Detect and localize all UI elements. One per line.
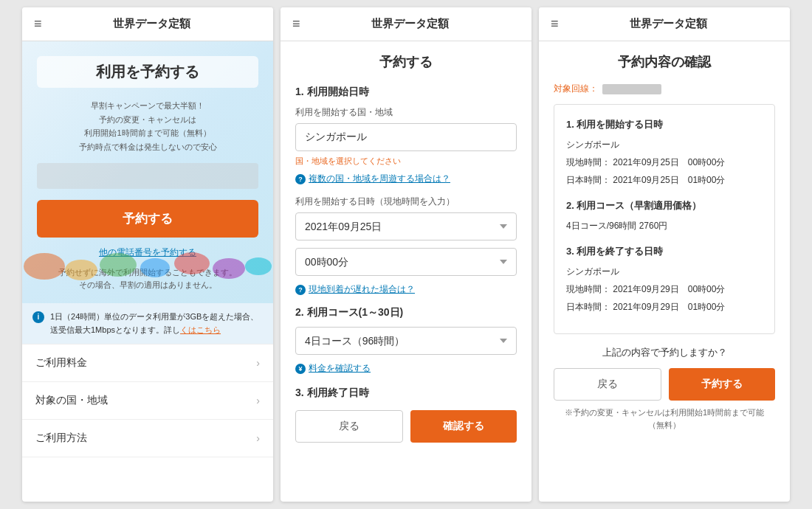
svg-point-2 [100, 253, 137, 277]
image-placeholder [37, 163, 258, 189]
panel-2-content: 予約する 1. 利用開始日時 利用を開始する国・地域 国・地域を選択してください… [281, 41, 531, 502]
p2-section3-title: 3. 利用終了日時 [295, 387, 517, 400]
date-select[interactable]: 2021年09月25日 [295, 212, 517, 240]
yen-icon: ¥ [295, 364, 306, 374]
hamburger-icon-1[interactable]: ≡ [34, 16, 42, 32]
panel-3-title: 世界データ定額 [559, 17, 778, 31]
country-input[interactable] [295, 123, 517, 151]
confirm-question: 上記の内容で予約しますか？ [554, 346, 775, 359]
help-icon-1: ? [295, 174, 306, 184]
panel-2-title: 世界データ定額 [300, 17, 520, 31]
panel-1-hero: 利用を予約する 早割キャンペーンで最大半額！ 予約の変更・キャンセルは 利用開始… [22, 41, 273, 303]
info-box: i 1日（24時間）単位のデータ利用量が3GBを超えた場合、送受信最大1Mbps… [22, 303, 273, 344]
svg-point-6 [245, 257, 272, 275]
p2-section1-title: 1. 利用開始日時 [295, 86, 517, 99]
price-link[interactable]: ¥ 料金を確認する [295, 362, 517, 375]
target-value [602, 84, 661, 94]
menu-list: ご利用料金 › 対象の国・地域 › ご利用方法 › [22, 344, 273, 457]
p3-back-button[interactable]: 戻る [554, 368, 661, 401]
svg-point-1 [65, 260, 97, 280]
time-select[interactable]: 00時00分 [295, 248, 517, 276]
hamburger-icon-3[interactable]: ≡ [551, 16, 559, 32]
svg-point-3 [140, 258, 170, 277]
panel-3-header: ≡ 世界データ定額 [539, 7, 790, 41]
menu-item-fee[interactable]: ご利用料金 › [22, 344, 273, 382]
info-link[interactable]: くはこちら [180, 325, 221, 334]
panel-1-content: 利用を予約する 早割キャンペーンで最大半額！ 予約の変更・キャンセルは 利用開始… [22, 41, 273, 502]
panel-2: ≡ 世界データ定額 予約する 1. 利用開始日時 利用を開始する国・地域 国・地… [281, 7, 531, 502]
chevron-right-icon-fee: › [256, 357, 260, 369]
hero-title: 利用を予約する [37, 56, 258, 88]
chevron-right-icon-countries: › [256, 395, 260, 406]
panel-1-title: 世界データ定額 [42, 17, 261, 31]
panel-3: ≡ 世界データ定額 予約内容の確認 対象回線： 1. 利用を開始する日時 シンガ… [539, 7, 790, 502]
svg-point-5 [213, 258, 245, 279]
local-delay-link[interactable]: ? 現地到着が遅れた場合は？ [295, 283, 517, 296]
p3-button-row: 戻る 予約する [554, 368, 775, 401]
panel-1: ≡ 世界データ定額 利用を予約する 早割キャンペーンで最大半額！ 予約の [22, 7, 273, 502]
panel-2-header: ≡ 世界データ定額 [281, 7, 531, 41]
hamburger-icon-2[interactable]: ≡ [292, 16, 300, 32]
p2-back-button[interactable]: 戻る [295, 410, 403, 443]
panel-3-content: 予約内容の確認 対象回線： 1. 利用を開始する日時 シンガポール 現地時間： … [539, 41, 790, 502]
summary-section-3: 3. 利用を終了する日時 シンガポール 現地時間： 2021年09月29日 00… [566, 242, 763, 316]
map-decoration [22, 229, 273, 281]
info-icon: i [32, 311, 44, 323]
summary-section-1: 1. 利用を開始する日時 シンガポール 現地時間： 2021年09月25日 00… [566, 115, 763, 189]
country-field-label: 利用を開始する国・地域 [295, 106, 517, 119]
p2-confirm-button[interactable]: 確認する [410, 410, 517, 443]
target-line: 対象回線： [554, 83, 775, 95]
p2-page-title: 予約する [295, 53, 517, 71]
multi-country-link[interactable]: ? 複数の国・地域を周遊する場合は？ [295, 173, 517, 185]
svg-point-0 [24, 253, 65, 280]
info-text: 1日（24時間）単位のデータ利用量が3GBを超えた場合、送受信最大1Mbpsとな… [50, 311, 263, 336]
menu-item-countries[interactable]: 対象の国・地域 › [22, 382, 273, 420]
chevron-right-icon-usage: › [256, 432, 260, 444]
cancel-note: ※予約の変更・キャンセルは利用開始1時間前まで可能（無料） [554, 406, 775, 431]
country-warning: 国・地域を選択してください [295, 156, 517, 167]
panel-1-header: ≡ 世界データ定額 [22, 7, 273, 41]
help-icon-2: ? [295, 285, 306, 295]
p3-page-title: 予約内容の確認 [554, 53, 775, 71]
svg-point-4 [174, 252, 210, 274]
summary-box: 1. 利用を開始する日時 シンガポール 現地時間： 2021年09月25日 00… [554, 104, 775, 334]
menu-item-usage[interactable]: ご利用方法 › [22, 420, 273, 457]
course-select[interactable]: 4日コース（96時間） [295, 327, 517, 355]
date-field-label: 利用を開始する日時（現地時間を入力） [295, 195, 517, 208]
p2-section2-title: 2. 利用コース(1～30日) [295, 306, 517, 319]
p3-reserve-button[interactable]: 予約する [669, 368, 775, 401]
hero-text: 早割キャンペーンで最大半額！ 予約の変更・キャンセルは 利用開始1時間前まで可能… [37, 99, 258, 154]
p2-button-row: 戻る 確認する [295, 410, 517, 443]
summary-section-2: 2. 利用コース（早割適用価格） 4日コース/96時間 2760円 [566, 196, 763, 235]
